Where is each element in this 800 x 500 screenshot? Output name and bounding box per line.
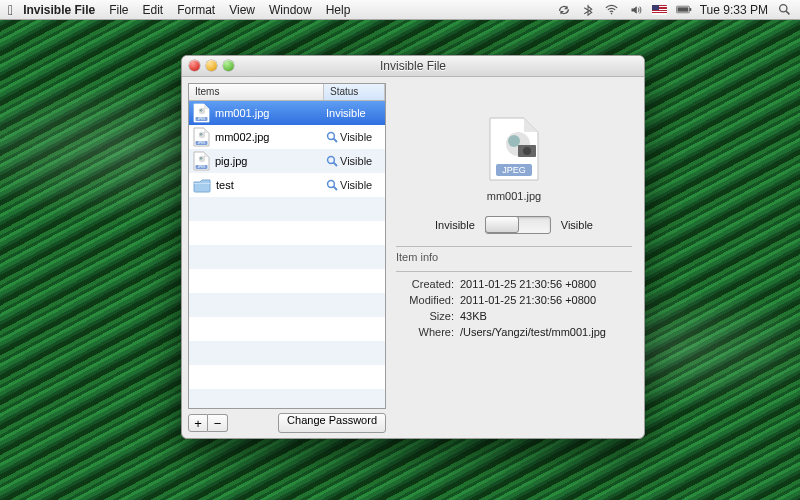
magnifier-icon xyxy=(326,179,338,191)
table-row-empty xyxy=(189,293,385,317)
magnifier-icon xyxy=(326,131,338,143)
svg-point-25 xyxy=(508,135,520,147)
table-header: Items Status xyxy=(189,84,385,101)
file-type-label: JPEG xyxy=(502,165,526,175)
table-row[interactable]: JPEG mm001.jpg Invisible xyxy=(189,101,385,125)
table-row-empty xyxy=(189,341,385,365)
add-button[interactable]: + xyxy=(188,414,208,432)
label-modified: Modified: xyxy=(396,294,454,306)
close-button[interactable] xyxy=(189,60,200,71)
table-row[interactable]: JPEG mm002.jpg Visible xyxy=(189,125,385,149)
status-label: Invisible xyxy=(326,107,366,119)
jpeg-file-icon: JPEG xyxy=(193,151,210,171)
bluetooth-icon[interactable] xyxy=(580,2,596,18)
svg-line-15 xyxy=(334,139,338,143)
table-row-empty xyxy=(189,221,385,245)
svg-point-13 xyxy=(200,133,203,136)
window-controls xyxy=(189,60,234,71)
wifi-icon[interactable] xyxy=(604,2,620,18)
svg-text:JPEG: JPEG xyxy=(198,165,207,169)
label-size: Size: xyxy=(396,310,454,322)
svg-point-4 xyxy=(779,5,786,12)
item-info: Created: 2011-01-25 21:30:56 +0800 Modif… xyxy=(396,278,632,338)
menu-edit[interactable]: Edit xyxy=(143,3,164,17)
svg-line-21 xyxy=(334,163,338,167)
svg-rect-2 xyxy=(690,8,691,11)
table-row-empty xyxy=(189,269,385,293)
svg-point-14 xyxy=(328,133,335,140)
items-table: Items Status JPEG mm001.jpg Invisibl xyxy=(188,83,386,409)
table-row-empty xyxy=(189,365,385,389)
preview-file-name: mm001.jpg xyxy=(487,190,541,202)
table-row-empty xyxy=(189,245,385,269)
file-name: mm001.jpg xyxy=(215,107,269,119)
label-where: Where: xyxy=(396,326,454,338)
menu-format[interactable]: Format xyxy=(177,3,215,17)
separator xyxy=(396,271,632,272)
svg-text:JPEG: JPEG xyxy=(198,141,207,145)
minimize-button[interactable] xyxy=(206,60,217,71)
file-name: pig.jpg xyxy=(215,155,247,167)
folder-icon xyxy=(193,178,211,193)
jpeg-file-icon: JPEG xyxy=(193,103,210,123)
svg-line-5 xyxy=(786,11,789,14)
preview-area: JPEG mm001.jpg xyxy=(396,87,632,202)
visibility-toggle[interactable] xyxy=(485,216,551,234)
item-info-title: Item info xyxy=(396,251,632,263)
column-header-items[interactable]: Items xyxy=(189,84,324,100)
value-modified: 2011-01-25 21:30:56 +0800 xyxy=(460,294,632,306)
file-name: test xyxy=(216,179,234,191)
table-row-empty xyxy=(189,389,385,408)
svg-text:JPEG: JPEG xyxy=(198,117,207,121)
table-body: JPEG mm001.jpg Invisible JPEG xyxy=(189,101,385,408)
toggle-label-visible: Visible xyxy=(561,219,593,231)
svg-point-28 xyxy=(523,147,531,155)
status-label: Visible xyxy=(340,131,372,143)
menu-clock[interactable]: Tue 9:33 PM xyxy=(700,3,768,17)
status-label: Visible xyxy=(340,179,372,191)
table-row-empty xyxy=(189,197,385,221)
table-row[interactable]: JPEG pig.jpg Visible xyxy=(189,149,385,173)
value-created: 2011-01-25 21:30:56 +0800 xyxy=(460,278,632,290)
value-size: 43KB xyxy=(460,310,632,322)
sync-icon[interactable] xyxy=(556,2,572,18)
svg-point-22 xyxy=(328,181,335,188)
app-window: Invisible File Items Status JPEG xyxy=(181,55,645,439)
title-bar[interactable]: Invisible File xyxy=(182,56,644,77)
svg-point-19 xyxy=(200,157,203,160)
change-password-button[interactable]: Change Password xyxy=(278,413,386,433)
magnifier-icon xyxy=(326,155,338,167)
menu-view[interactable]: View xyxy=(229,3,255,17)
battery-icon[interactable] xyxy=(676,2,692,18)
status-label: Visible xyxy=(340,155,372,167)
value-where: /Users/Yangzi/test/mm001.jpg xyxy=(460,326,632,338)
separator xyxy=(396,246,632,247)
menu-window[interactable]: Window xyxy=(269,3,312,17)
svg-point-0 xyxy=(611,13,613,15)
menu-bar:  Invisible File File Edit Format View W… xyxy=(0,0,800,20)
svg-point-9 xyxy=(200,109,203,112)
file-name: mm002.jpg xyxy=(215,131,269,143)
toggle-label-invisible: Invisible xyxy=(435,219,475,231)
table-footer: + − Change Password xyxy=(188,413,386,433)
table-row-empty xyxy=(189,317,385,341)
toggle-knob xyxy=(485,216,519,233)
label-created: Created: xyxy=(396,278,454,290)
zoom-button[interactable] xyxy=(223,60,234,71)
volume-icon[interactable] xyxy=(628,2,644,18)
table-row[interactable]: test Visible xyxy=(189,173,385,197)
svg-point-20 xyxy=(328,157,335,164)
jpeg-file-icon: JPEG xyxy=(193,127,210,147)
menu-app-name[interactable]: Invisible File xyxy=(23,3,95,17)
column-header-status[interactable]: Status xyxy=(324,84,385,100)
apple-menu-icon[interactable]:  xyxy=(8,2,13,18)
menu-help[interactable]: Help xyxy=(326,3,351,17)
svg-line-23 xyxy=(334,187,338,191)
spotlight-icon[interactable] xyxy=(776,2,792,18)
jpeg-file-icon: JPEG xyxy=(486,116,542,182)
menu-file[interactable]: File xyxy=(109,3,128,17)
input-source-flag-icon[interactable] xyxy=(652,2,668,18)
window-title: Invisible File xyxy=(182,59,644,73)
svg-rect-3 xyxy=(677,7,688,11)
remove-button[interactable]: − xyxy=(208,414,228,432)
